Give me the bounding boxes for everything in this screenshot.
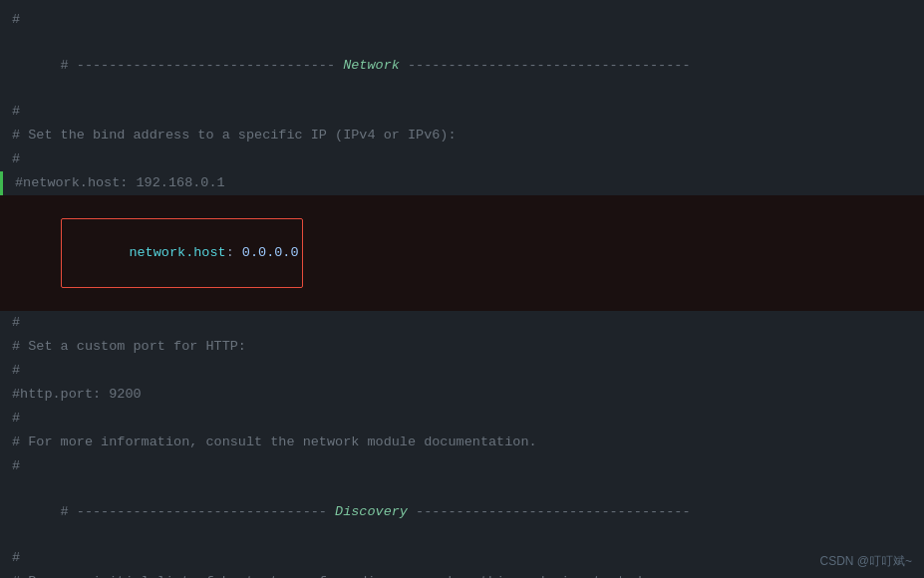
left-border-indicator: [0, 171, 3, 195]
network-host-boxed: network.host: 0.0.0.0: [61, 218, 303, 288]
line-10: #: [0, 359, 924, 383]
line-3: #: [0, 100, 924, 124]
line-12-text: #: [12, 408, 20, 430]
line-2: # -------------------------------- Netwo…: [0, 32, 924, 100]
line-9: # Set a custom port for HTTP:: [0, 335, 924, 359]
line-3-text: #: [12, 101, 20, 123]
code-editor: # # -------------------------------- Net…: [0, 0, 924, 578]
line-5-text: #: [12, 148, 20, 170]
line-13: # For more information, consult the netw…: [0, 431, 924, 454]
line-7: network.host: 0.0.0.0: [0, 195, 924, 311]
line-7-text: network.host: 0.0.0.0: [12, 196, 303, 310]
line-9-text: # Set a custom port for HTTP:: [12, 336, 246, 358]
line-8-text: #: [12, 312, 20, 334]
line-15-text: # ------------------------------- Discov…: [12, 479, 691, 545]
line-2-text: # -------------------------------- Netwo…: [12, 33, 691, 99]
line-11-text: #http.port: 9200: [12, 384, 142, 406]
line-16: #: [0, 546, 924, 570]
line-17-text: # Pass an initial list of hosts to perfo…: [12, 571, 650, 578]
line-12: #: [0, 407, 924, 431]
line-1-text: #: [12, 9, 20, 31]
line-10-text: #: [12, 360, 20, 382]
line-15: # ------------------------------- Discov…: [0, 478, 924, 546]
line-4-text: # Set the bind address to a specific IP …: [12, 125, 457, 146]
line-13-text: # For more information, consult the netw…: [12, 432, 537, 453]
line-14-text: #: [12, 455, 20, 477]
line-6-text: #network.host: 192.168.0.1: [15, 172, 225, 194]
line-1: #: [0, 8, 924, 32]
line-4: # Set the bind address to a specific IP …: [0, 124, 924, 147]
line-14: #: [0, 454, 924, 478]
line-16-text: #: [12, 547, 20, 569]
line-8: #: [0, 311, 924, 335]
line-5: #: [0, 147, 924, 171]
line-11: #http.port: 9200: [0, 383, 924, 407]
watermark: CSDN @叮叮斌~: [819, 553, 912, 570]
line-17: # Pass an initial list of hosts to perfo…: [0, 570, 924, 578]
line-6: #network.host: 192.168.0.1: [0, 171, 924, 195]
